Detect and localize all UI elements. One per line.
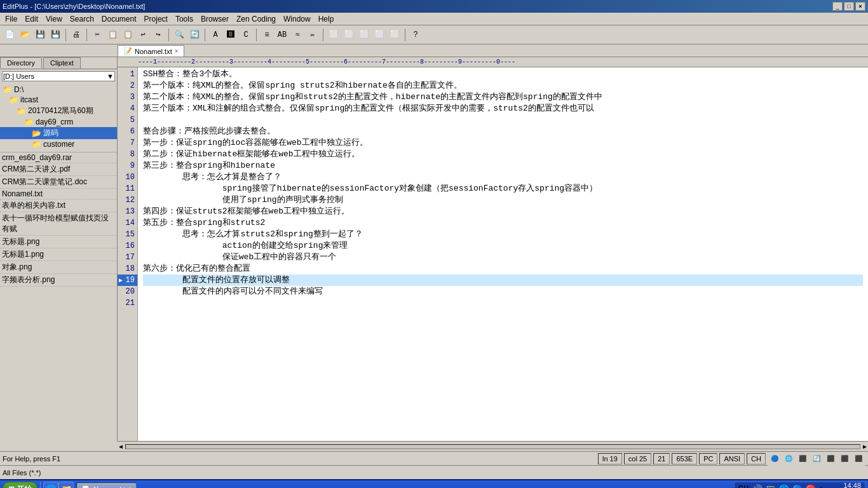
open-button[interactable]: 📂 bbox=[18, 28, 32, 42]
tree-item-label: itcast bbox=[20, 95, 38, 104]
toolbar-btn-l[interactable]: ⬜ bbox=[388, 28, 402, 42]
editor-area[interactable]: ----1---------2---------3---------4-----… bbox=[118, 57, 868, 441]
clip-item-4[interactable]: 表单的相关内容.txt bbox=[0, 200, 117, 212]
line-num-12: 12 bbox=[118, 194, 137, 206]
tab-cliptext[interactable]: Cliptext bbox=[43, 57, 81, 69]
hscroll-right-button[interactable]: ▶ bbox=[862, 443, 868, 451]
menu-item-project[interactable]: Project bbox=[140, 13, 172, 25]
toolbar-btn-g[interactable]: ✏ bbox=[306, 28, 320, 42]
menu-item-zen coding[interactable]: Zen Coding bbox=[233, 13, 280, 25]
undo-button[interactable]: ↩ bbox=[136, 28, 150, 42]
menu-item-edit[interactable]: Edit bbox=[21, 13, 42, 25]
menu-item-search[interactable]: Search bbox=[66, 13, 98, 25]
clip-item-7[interactable]: 无标题1.png bbox=[0, 248, 117, 261]
clip-item-3[interactable]: Nonamel.txt bbox=[0, 189, 117, 200]
tree-item-day69[interactable]: 📁 day69_crm bbox=[0, 117, 117, 127]
cut-button[interactable]: ✂ bbox=[90, 28, 104, 42]
menu-item-help[interactable]: Help bbox=[315, 13, 338, 25]
clip-item-2[interactable]: CRM第二天课堂笔记.doc bbox=[0, 176, 117, 189]
dropdown-arrow-icon[interactable]: ▼ bbox=[107, 72, 114, 80]
tray-icon-4[interactable]: 🌐 bbox=[778, 484, 789, 489]
status-icon1[interactable]: 🔵 bbox=[768, 452, 782, 466]
menu-item-window[interactable]: Window bbox=[280, 13, 315, 25]
clip-item-6[interactable]: 无标题.png bbox=[0, 236, 117, 248]
line-num-1: 1 bbox=[118, 69, 137, 80]
clip-item-9[interactable]: 字频表分析.png bbox=[0, 274, 117, 287]
tray-icon-6[interactable]: 🔴 bbox=[805, 484, 816, 489]
status-icon3[interactable]: ⬛ bbox=[796, 452, 810, 466]
tray-area: CH 🔊 💻 🌐 🔵 🔴 ▲ 14:48 2017/11/27 bbox=[734, 482, 865, 488]
code-container[interactable]: 123456789101112131415161718192021 SSH整合：… bbox=[118, 67, 868, 441]
save-all-button[interactable]: 💾 bbox=[48, 28, 62, 42]
close-button[interactable]: × bbox=[855, 2, 865, 11]
tree-item-itcast[interactable]: 📁 itcast bbox=[0, 95, 117, 105]
file-tabs: 📝 Nonamel.txt × bbox=[0, 44, 868, 57]
status-ch: CH bbox=[747, 453, 766, 464]
status-icon4[interactable]: 🔄 bbox=[810, 452, 824, 466]
tree-item-source[interactable]: 📂 源码 bbox=[0, 127, 117, 139]
toolbar-btn-b[interactable]: 🅱 bbox=[224, 28, 238, 42]
maximize-button[interactable]: □ bbox=[844, 2, 854, 11]
tab-directory[interactable]: Directory bbox=[0, 57, 42, 69]
tray-icon-7[interactable]: ▲ bbox=[818, 484, 824, 488]
menu-item-tools[interactable]: Tools bbox=[172, 13, 197, 25]
tree-item-drive[interactable]: 📁 D:\ bbox=[0, 85, 117, 95]
status-icon6[interactable]: ⬛ bbox=[837, 452, 851, 466]
toolbar-btn-a[interactable]: A bbox=[208, 28, 222, 42]
start-button[interactable]: ⊞ 开始 bbox=[3, 482, 37, 488]
clip-item-0[interactable]: crm_es60_day69.rar bbox=[0, 152, 117, 163]
menu-item-view[interactable]: View bbox=[42, 13, 66, 25]
code-line-11: spring接管了hibernate的sessionFactory对象创建（把s… bbox=[143, 183, 863, 194]
toolbar-btn-c[interactable]: C bbox=[239, 28, 253, 42]
redo-button[interactable]: ↪ bbox=[151, 28, 165, 42]
minimize-button[interactable]: _ bbox=[832, 2, 843, 11]
tray-icon-3[interactable]: 💻 bbox=[765, 484, 776, 489]
line-num-18: 18 bbox=[118, 263, 137, 274]
copy-button[interactable]: 📋 bbox=[105, 28, 119, 42]
main-layout: Directory Cliptext [D:] Users ▼ 📁 D:\ 📁 … bbox=[0, 57, 868, 441]
paste-button[interactable]: 📋 bbox=[121, 28, 135, 42]
toolbar-btn-i[interactable]: ⬜ bbox=[342, 28, 356, 42]
clip-item-1[interactable]: CRM第二天讲义.pdf bbox=[0, 163, 117, 176]
tree-item-20170412[interactable]: 📁 20170412黑马60期 bbox=[0, 105, 117, 117]
replace-button[interactable]: 🔄 bbox=[187, 28, 201, 42]
file-tab-close[interactable]: × bbox=[175, 48, 179, 55]
hscroll-track[interactable] bbox=[125, 444, 860, 449]
line-num-14: 14 bbox=[118, 217, 137, 229]
taskbar-app-nonamel[interactable]: 📝 Nonamel.txt bbox=[76, 482, 137, 488]
taskbar-ie-icon[interactable]: 🌐 bbox=[43, 482, 58, 488]
print-button[interactable]: 🖨 bbox=[69, 28, 83, 42]
save-button[interactable]: 💾 bbox=[33, 28, 47, 42]
status-icon2[interactable]: 🌐 bbox=[782, 452, 796, 466]
line-num-4: 4 bbox=[118, 103, 137, 114]
file-tab-nonamel[interactable]: 📝 Nonamel.txt × bbox=[118, 45, 184, 57]
toolbar-btn-h[interactable]: ⬜ bbox=[327, 28, 341, 42]
tray-icon-1[interactable]: CH bbox=[738, 484, 749, 488]
line-num-21: 21 bbox=[118, 297, 137, 309]
toolbar-btn-f[interactable]: ≈ bbox=[290, 28, 304, 42]
status-icon5[interactable]: ⬛ bbox=[824, 452, 837, 466]
dir-dropdown[interactable]: [D:] Users ▼ bbox=[2, 71, 115, 81]
clip-item-8[interactable]: 对象.png bbox=[0, 261, 117, 274]
status-icon7[interactable]: ⬛ bbox=[851, 452, 865, 466]
toolbar-btn-d[interactable]: ≡ bbox=[260, 28, 274, 42]
toolbar-btn-k[interactable]: ⬜ bbox=[372, 28, 386, 42]
menu-item-browser[interactable]: Browser bbox=[197, 13, 233, 25]
toolbar-btn-m[interactable]: ? bbox=[409, 28, 423, 42]
toolbar-btn-e[interactable]: AB bbox=[275, 28, 289, 42]
new-button[interactable]: 📄 bbox=[3, 28, 17, 42]
clip-item-5[interactable]: 表十一循环时给模型赋值找页没有赋 bbox=[0, 212, 117, 236]
toolbar-sep5 bbox=[256, 29, 257, 41]
tree-item-customer[interactable]: 📁 customer bbox=[0, 139, 117, 149]
tray-icon-5[interactable]: 🔵 bbox=[792, 484, 803, 489]
hscroll-left-button[interactable]: ◀ bbox=[118, 443, 124, 451]
toolbar-btn-j[interactable]: ⬜ bbox=[357, 28, 371, 42]
find-button[interactable]: 🔍 bbox=[172, 28, 186, 42]
tray-icon-2[interactable]: 🔊 bbox=[752, 484, 763, 489]
menu-item-document[interactable]: Document bbox=[98, 13, 140, 25]
folder-open-icon: 📂 bbox=[32, 129, 41, 138]
allfiles-label: All Files (*.*) bbox=[3, 469, 41, 477]
menu-item-file[interactable]: File bbox=[1, 13, 21, 25]
code-content[interactable]: SSH整合：整合3个版本。第一个版本：纯XML的整合。保留spring stru… bbox=[138, 67, 868, 441]
taskbar-folder-icon[interactable]: 📁 bbox=[58, 482, 74, 488]
